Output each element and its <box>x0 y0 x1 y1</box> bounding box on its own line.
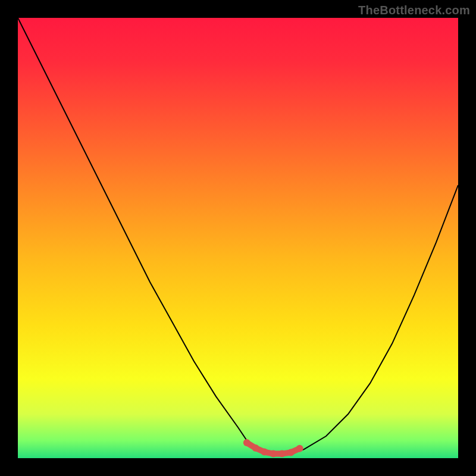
highlight-dot <box>296 445 303 452</box>
highlight-dot <box>243 439 250 446</box>
plot-area <box>18 18 458 458</box>
chart-svg <box>18 18 458 458</box>
highlight-dot <box>278 450 286 458</box>
highlight-dot <box>270 450 277 458</box>
gradient-background <box>18 18 458 458</box>
highlight-dot <box>287 449 295 456</box>
highlight-dot <box>261 449 268 456</box>
highlight-dot <box>252 444 259 452</box>
watermark-text: TheBottleneck.com <box>358 4 470 17</box>
chart-frame: TheBottleneck.com <box>0 0 476 476</box>
